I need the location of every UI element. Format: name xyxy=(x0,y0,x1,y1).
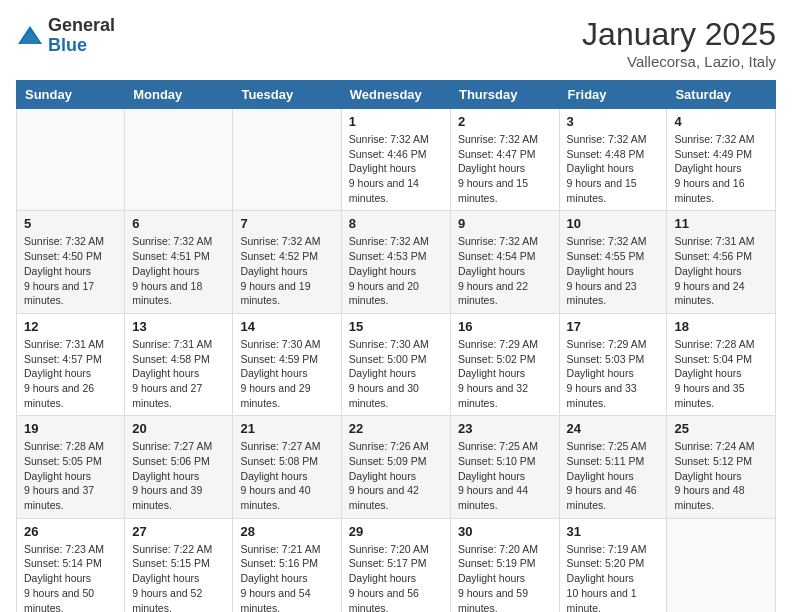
day-info: Sunrise: 7:22 AMSunset: 5:15 PMDaylight … xyxy=(132,542,225,612)
day-info: Sunrise: 7:32 AMSunset: 4:50 PMDaylight … xyxy=(24,234,117,307)
calendar-cell: 5Sunrise: 7:32 AMSunset: 4:50 PMDaylight… xyxy=(17,211,125,313)
day-number: 22 xyxy=(349,421,443,436)
logo-general: General xyxy=(48,16,115,36)
day-info: Sunrise: 7:32 AMSunset: 4:49 PMDaylight … xyxy=(674,132,768,205)
calendar-cell: 13Sunrise: 7:31 AMSunset: 4:58 PMDayligh… xyxy=(125,313,233,415)
day-number: 2 xyxy=(458,114,552,129)
calendar-week-2: 5Sunrise: 7:32 AMSunset: 4:50 PMDaylight… xyxy=(17,211,776,313)
calendar-cell: 22Sunrise: 7:26 AMSunset: 5:09 PMDayligh… xyxy=(341,416,450,518)
calendar-cell: 16Sunrise: 7:29 AMSunset: 5:02 PMDayligh… xyxy=(450,313,559,415)
title-section: January 2025 Vallecorsa, Lazio, Italy xyxy=(582,16,776,70)
day-number: 12 xyxy=(24,319,117,334)
day-info: Sunrise: 7:25 AMSunset: 5:11 PMDaylight … xyxy=(567,439,660,512)
header-friday: Friday xyxy=(559,81,667,109)
day-number: 4 xyxy=(674,114,768,129)
day-info: Sunrise: 7:32 AMSunset: 4:46 PMDaylight … xyxy=(349,132,443,205)
calendar-cell: 27Sunrise: 7:22 AMSunset: 5:15 PMDayligh… xyxy=(125,518,233,612)
calendar-cell: 28Sunrise: 7:21 AMSunset: 5:16 PMDayligh… xyxy=(233,518,341,612)
calendar-cell: 17Sunrise: 7:29 AMSunset: 5:03 PMDayligh… xyxy=(559,313,667,415)
day-number: 26 xyxy=(24,524,117,539)
calendar-cell: 4Sunrise: 7:32 AMSunset: 4:49 PMDaylight… xyxy=(667,109,776,211)
day-info: Sunrise: 7:30 AMSunset: 5:00 PMDaylight … xyxy=(349,337,443,410)
day-number: 25 xyxy=(674,421,768,436)
day-number: 18 xyxy=(674,319,768,334)
calendar-week-4: 19Sunrise: 7:28 AMSunset: 5:05 PMDayligh… xyxy=(17,416,776,518)
calendar-cell: 2Sunrise: 7:32 AMSunset: 4:47 PMDaylight… xyxy=(450,109,559,211)
calendar-cell: 20Sunrise: 7:27 AMSunset: 5:06 PMDayligh… xyxy=(125,416,233,518)
day-info: Sunrise: 7:25 AMSunset: 5:10 PMDaylight … xyxy=(458,439,552,512)
calendar-cell: 21Sunrise: 7:27 AMSunset: 5:08 PMDayligh… xyxy=(233,416,341,518)
day-number: 5 xyxy=(24,216,117,231)
logo-blue: Blue xyxy=(48,36,115,56)
calendar-table: SundayMondayTuesdayWednesdayThursdayFrid… xyxy=(16,80,776,612)
day-number: 1 xyxy=(349,114,443,129)
day-number: 17 xyxy=(567,319,660,334)
calendar-cell: 30Sunrise: 7:20 AMSunset: 5:19 PMDayligh… xyxy=(450,518,559,612)
day-info: Sunrise: 7:28 AMSunset: 5:04 PMDaylight … xyxy=(674,337,768,410)
day-number: 3 xyxy=(567,114,660,129)
day-info: Sunrise: 7:28 AMSunset: 5:05 PMDaylight … xyxy=(24,439,117,512)
day-info: Sunrise: 7:31 AMSunset: 4:58 PMDaylight … xyxy=(132,337,225,410)
day-info: Sunrise: 7:29 AMSunset: 5:03 PMDaylight … xyxy=(567,337,660,410)
day-number: 28 xyxy=(240,524,333,539)
header-wednesday: Wednesday xyxy=(341,81,450,109)
day-info: Sunrise: 7:21 AMSunset: 5:16 PMDaylight … xyxy=(240,542,333,612)
day-number: 14 xyxy=(240,319,333,334)
calendar-cell: 29Sunrise: 7:20 AMSunset: 5:17 PMDayligh… xyxy=(341,518,450,612)
day-info: Sunrise: 7:20 AMSunset: 5:19 PMDaylight … xyxy=(458,542,552,612)
calendar-header-row: SundayMondayTuesdayWednesdayThursdayFrid… xyxy=(17,81,776,109)
day-info: Sunrise: 7:32 AMSunset: 4:54 PMDaylight … xyxy=(458,234,552,307)
location: Vallecorsa, Lazio, Italy xyxy=(582,53,776,70)
logo-text: General Blue xyxy=(48,16,115,56)
day-number: 24 xyxy=(567,421,660,436)
day-info: Sunrise: 7:27 AMSunset: 5:06 PMDaylight … xyxy=(132,439,225,512)
calendar-cell: 12Sunrise: 7:31 AMSunset: 4:57 PMDayligh… xyxy=(17,313,125,415)
calendar-week-3: 12Sunrise: 7:31 AMSunset: 4:57 PMDayligh… xyxy=(17,313,776,415)
day-number: 21 xyxy=(240,421,333,436)
day-info: Sunrise: 7:32 AMSunset: 4:51 PMDaylight … xyxy=(132,234,225,307)
day-number: 8 xyxy=(349,216,443,231)
page-header: General Blue January 2025 Vallecorsa, La… xyxy=(16,16,776,70)
calendar-cell xyxy=(125,109,233,211)
header-sunday: Sunday xyxy=(17,81,125,109)
day-info: Sunrise: 7:32 AMSunset: 4:55 PMDaylight … xyxy=(567,234,660,307)
day-number: 11 xyxy=(674,216,768,231)
calendar-cell xyxy=(17,109,125,211)
calendar-cell xyxy=(667,518,776,612)
day-info: Sunrise: 7:31 AMSunset: 4:57 PMDaylight … xyxy=(24,337,117,410)
day-info: Sunrise: 7:24 AMSunset: 5:12 PMDaylight … xyxy=(674,439,768,512)
day-number: 27 xyxy=(132,524,225,539)
header-monday: Monday xyxy=(125,81,233,109)
day-number: 15 xyxy=(349,319,443,334)
calendar-cell: 6Sunrise: 7:32 AMSunset: 4:51 PMDaylight… xyxy=(125,211,233,313)
header-tuesday: Tuesday xyxy=(233,81,341,109)
calendar-cell: 1Sunrise: 7:32 AMSunset: 4:46 PMDaylight… xyxy=(341,109,450,211)
day-number: 23 xyxy=(458,421,552,436)
calendar-week-1: 1Sunrise: 7:32 AMSunset: 4:46 PMDaylight… xyxy=(17,109,776,211)
calendar-cell: 15Sunrise: 7:30 AMSunset: 5:00 PMDayligh… xyxy=(341,313,450,415)
calendar-cell: 19Sunrise: 7:28 AMSunset: 5:05 PMDayligh… xyxy=(17,416,125,518)
day-info: Sunrise: 7:27 AMSunset: 5:08 PMDaylight … xyxy=(240,439,333,512)
calendar-cell: 24Sunrise: 7:25 AMSunset: 5:11 PMDayligh… xyxy=(559,416,667,518)
day-info: Sunrise: 7:31 AMSunset: 4:56 PMDaylight … xyxy=(674,234,768,307)
calendar-week-5: 26Sunrise: 7:23 AMSunset: 5:14 PMDayligh… xyxy=(17,518,776,612)
day-info: Sunrise: 7:26 AMSunset: 5:09 PMDaylight … xyxy=(349,439,443,512)
calendar-cell: 25Sunrise: 7:24 AMSunset: 5:12 PMDayligh… xyxy=(667,416,776,518)
calendar-cell: 3Sunrise: 7:32 AMSunset: 4:48 PMDaylight… xyxy=(559,109,667,211)
calendar-cell: 11Sunrise: 7:31 AMSunset: 4:56 PMDayligh… xyxy=(667,211,776,313)
day-number: 19 xyxy=(24,421,117,436)
month-title: January 2025 xyxy=(582,16,776,53)
day-number: 30 xyxy=(458,524,552,539)
calendar-cell xyxy=(233,109,341,211)
calendar-cell: 31Sunrise: 7:19 AMSunset: 5:20 PMDayligh… xyxy=(559,518,667,612)
day-info: Sunrise: 7:32 AMSunset: 4:53 PMDaylight … xyxy=(349,234,443,307)
day-number: 29 xyxy=(349,524,443,539)
day-info: Sunrise: 7:29 AMSunset: 5:02 PMDaylight … xyxy=(458,337,552,410)
day-number: 9 xyxy=(458,216,552,231)
day-number: 13 xyxy=(132,319,225,334)
logo-icon xyxy=(16,22,44,50)
day-info: Sunrise: 7:30 AMSunset: 4:59 PMDaylight … xyxy=(240,337,333,410)
header-thursday: Thursday xyxy=(450,81,559,109)
calendar-cell: 8Sunrise: 7:32 AMSunset: 4:53 PMDaylight… xyxy=(341,211,450,313)
day-number: 7 xyxy=(240,216,333,231)
